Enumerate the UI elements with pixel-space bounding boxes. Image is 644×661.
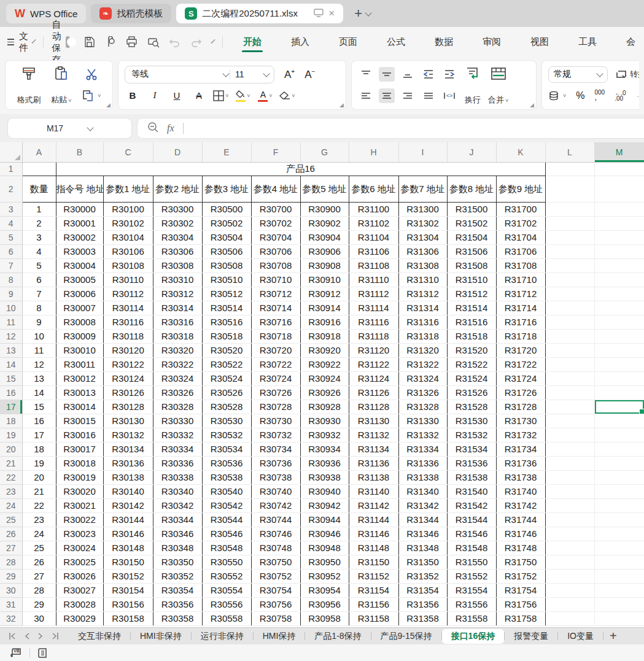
data-cell[interactable]: R31758 xyxy=(496,611,545,625)
currency-button[interactable]: ˅ xyxy=(548,90,566,101)
data-cell[interactable]: R31120 xyxy=(349,343,398,357)
cell-L14[interactable] xyxy=(545,357,594,371)
data-cell[interactable]: R31118 xyxy=(349,329,398,343)
row-header-7[interactable]: 7 xyxy=(0,258,22,273)
data-cell[interactable]: R30528 xyxy=(202,400,251,414)
data-cell[interactable]: R31322 xyxy=(398,357,447,371)
column-header-D[interactable]: D xyxy=(153,142,202,162)
cell-M1[interactable] xyxy=(594,162,644,176)
data-cell[interactable]: R31128 xyxy=(349,400,398,414)
data-cell[interactable]: R31126 xyxy=(349,385,398,400)
data-cell[interactable]: R30916 xyxy=(300,315,349,329)
data-cell[interactable]: R31730 xyxy=(496,414,545,428)
align-middle-icon[interactable] xyxy=(379,67,395,82)
data-cell[interactable]: R30342 xyxy=(153,498,202,512)
data-cell[interactable]: R31722 xyxy=(496,357,545,371)
data-cell[interactable]: 29 xyxy=(22,597,56,611)
data-cell[interactable]: R30308 xyxy=(153,258,202,273)
data-cell[interactable]: R31532 xyxy=(447,428,496,442)
cell-L19[interactable] xyxy=(545,428,594,442)
data-cell[interactable]: R30734 xyxy=(251,442,300,456)
data-cell[interactable]: R31108 xyxy=(349,258,398,273)
header-cell[interactable]: 数量 xyxy=(22,176,56,202)
data-cell[interactable]: R30910 xyxy=(300,273,349,287)
header-cell[interactable]: 参数8 地址 xyxy=(447,176,496,202)
data-cell[interactable]: R31116 xyxy=(349,315,398,329)
data-cell[interactable]: R30146 xyxy=(103,527,153,541)
borders-button[interactable]: ˅ xyxy=(213,88,229,103)
data-cell[interactable]: R31316 xyxy=(398,315,447,329)
data-cell[interactable]: R31714 xyxy=(496,301,545,315)
font-dialog-launcher-icon[interactable]: ◢ xyxy=(339,102,344,108)
data-cell[interactable]: R30128 xyxy=(103,400,153,414)
cut-icon[interactable] xyxy=(85,68,98,83)
data-cell[interactable]: R30126 xyxy=(103,385,153,400)
cell-M8[interactable] xyxy=(594,273,644,287)
data-cell[interactable]: 23 xyxy=(22,512,56,527)
document-tab[interactable]: S 二次编程20250711.xlsx × xyxy=(176,4,343,23)
cell-M14[interactable] xyxy=(594,357,644,371)
data-cell[interactable]: R30536 xyxy=(202,456,251,470)
data-cell[interactable]: R30310 xyxy=(153,273,202,287)
data-cell[interactable]: 4 xyxy=(22,244,56,258)
cell-L8[interactable] xyxy=(545,273,594,287)
data-cell[interactable]: R30350 xyxy=(153,555,202,569)
data-cell[interactable]: R30015 xyxy=(56,414,103,428)
data-cell[interactable]: R31312 xyxy=(398,287,447,301)
increase-font-icon[interactable]: A+ xyxy=(284,68,295,81)
data-cell[interactable]: R31336 xyxy=(398,456,447,470)
row-header-1[interactable]: 1 xyxy=(0,162,22,176)
row-header-20[interactable]: 20 xyxy=(0,442,22,456)
data-cell[interactable]: R30922 xyxy=(300,357,349,371)
data-cell[interactable]: R30906 xyxy=(300,244,349,258)
cell-M16[interactable] xyxy=(594,385,644,400)
row-header-18[interactable]: 18 xyxy=(0,414,22,428)
data-cell[interactable]: R30154 xyxy=(103,583,153,597)
outline-view-icon[interactable] xyxy=(36,647,47,659)
data-cell[interactable]: R30748 xyxy=(251,541,300,555)
cell-M31[interactable] xyxy=(594,597,644,611)
sheet-tab[interactable]: 产品9-15保持 xyxy=(371,629,441,644)
row-header-22[interactable]: 22 xyxy=(0,470,22,484)
data-cell[interactable]: R31302 xyxy=(398,216,447,230)
wps-home-tab[interactable]: W WPS Office xyxy=(6,4,86,23)
cell-M12[interactable] xyxy=(594,329,644,343)
column-header-F[interactable]: F xyxy=(251,142,300,162)
data-cell[interactable]: R30344 xyxy=(153,512,202,527)
cell-M6[interactable] xyxy=(594,244,644,258)
data-cell[interactable]: R30552 xyxy=(202,569,251,583)
increase-indent-icon[interactable] xyxy=(441,67,457,82)
menu-item[interactable]: 开始 xyxy=(242,29,263,55)
data-cell[interactable]: R30914 xyxy=(300,301,349,315)
print-preview-icon[interactable] xyxy=(147,36,160,48)
data-cell[interactable]: R31540 xyxy=(447,484,496,498)
data-cell[interactable]: R30104 xyxy=(103,230,153,244)
first-sheet-icon[interactable] xyxy=(9,633,16,640)
data-cell[interactable]: R31548 xyxy=(447,541,496,555)
data-cell[interactable]: R31152 xyxy=(349,569,398,583)
data-cell[interactable]: R30112 xyxy=(103,287,153,301)
cell-L5[interactable] xyxy=(545,230,594,244)
data-cell[interactable]: 3 xyxy=(22,230,56,244)
data-cell[interactable]: R31752 xyxy=(496,569,545,583)
cell-L29[interactable] xyxy=(545,569,594,583)
data-cell[interactable]: R30110 xyxy=(103,273,153,287)
data-cell[interactable]: R31704 xyxy=(496,230,545,244)
data-cell[interactable]: R31328 xyxy=(398,400,447,414)
data-cell[interactable]: R31558 xyxy=(447,611,496,625)
macro-vb-icon[interactable]: VB xyxy=(10,647,23,659)
data-cell[interactable]: R30023 xyxy=(56,527,103,541)
data-cell[interactable]: R30334 xyxy=(153,442,202,456)
data-cell[interactable]: R30132 xyxy=(103,428,153,442)
data-cell[interactable]: R30512 xyxy=(202,287,251,301)
data-cell[interactable]: R31348 xyxy=(398,541,447,555)
data-cell[interactable]: 21 xyxy=(22,484,56,498)
data-cell[interactable]: 14 xyxy=(22,385,56,400)
data-cell[interactable]: R31332 xyxy=(398,428,447,442)
column-header-L[interactable]: L xyxy=(545,142,594,162)
data-cell[interactable]: 16 xyxy=(22,414,56,428)
data-cell[interactable]: R31528 xyxy=(447,400,496,414)
data-cell[interactable]: 28 xyxy=(22,583,56,597)
cell-L3[interactable] xyxy=(545,202,594,216)
data-cell[interactable]: 22 xyxy=(22,498,56,512)
